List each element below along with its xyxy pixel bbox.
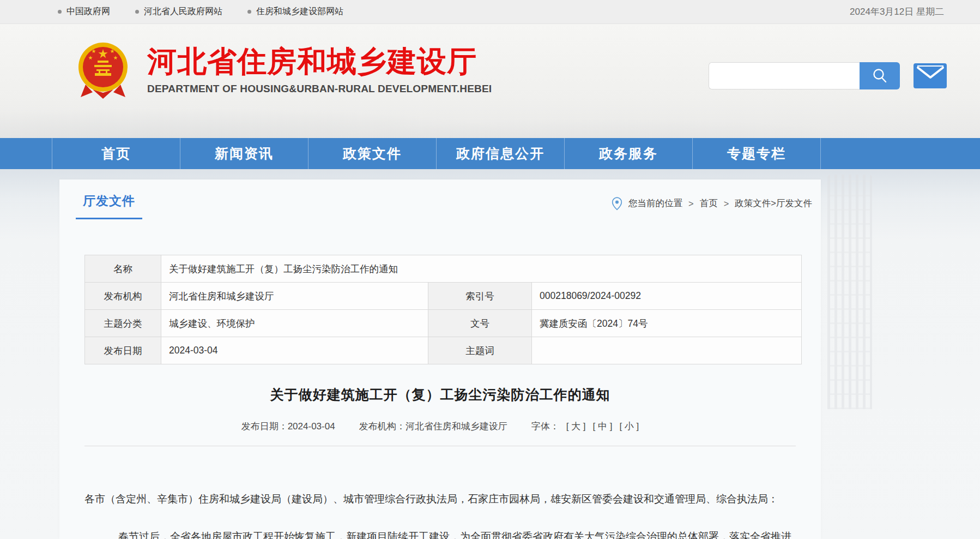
content-background: 厅发文件 您当前的位置 > 首页 > 政策文件>厅发文件 名称 关于做好建筑施 [0,169,980,539]
content-card: 厅发文件 您当前的位置 > 首页 > 政策文件>厅发文件 名称 关于做好建筑施 [59,179,821,539]
meta-value-category: 城乡建设、环境保护 [161,310,428,337]
font-size-small-button[interactable]: [ 小 ] [619,420,639,433]
breadcrumb-separator: > [688,199,694,209]
site-header: 河北省住房和城乡建设厅 DEPARTMENT OF HOUSING&URBAN-… [0,24,980,138]
meta-label-name: 名称 [85,255,161,283]
meta-label-category: 主题分类 [85,310,161,337]
main-nav: 首页 新闻资讯 政策文件 政府信息公开 政务服务 专题专栏 [0,138,980,169]
font-size-large-button[interactable]: [ 大 ] [566,420,586,433]
current-date: 2024年3月12日 星期二 [850,5,944,18]
breadcrumb: 您当前的位置 > 首页 > 政策文件>厅发文件 [612,196,812,211]
nav-item-topics[interactable]: 专题专栏 [692,138,821,169]
meta-label-index-no: 索引号 [428,283,532,310]
meta-label-keywords: 主题词 [428,337,532,364]
nav-item-gov-info[interactable]: 政府信息公开 [436,138,564,169]
breadcrumb-separator: > [724,199,729,209]
nav-item-news[interactable]: 新闻资讯 [180,138,308,169]
article-title: 关于做好建筑施工开（复）工扬尘污染防治工作的通知 [59,386,821,404]
nav-item-policy[interactable]: 政策文件 [308,138,436,169]
bullet-icon [58,10,62,14]
bullet-icon [247,10,251,14]
bullet-icon [135,10,139,14]
nav-item-home[interactable]: 首页 [52,138,180,169]
location-pin-icon [612,196,622,211]
toplink-label: 住房和城乡建设部网站 [256,6,343,17]
national-emblem-logo [78,42,128,100]
meta-value-name: 关于做好建筑施工开（复）工扬尘污染防治工作的通知 [161,255,802,283]
table-row: 发布机构 河北省住房和城乡建设厅 索引号 000218069/2024-0029… [85,283,802,310]
meta-value-keywords [532,337,802,364]
brand-block: 河北省住房和城乡建设厅 DEPARTMENT OF HOUSING&URBAN-… [147,46,492,95]
main-nav-inner: 首页 新闻资讯 政策文件 政府信息公开 政务服务 专题专栏 [52,138,821,169]
font-size-label: 字体： [531,420,559,433]
article-paragraph-salutation: 各市（含定州、辛集市）住房和城乡建设局（建设局）、城市管理综合行政执法局，石家庄… [84,491,801,507]
meta-value-index-no: 000218069/2024-00292 [532,283,802,310]
toplink-label: 中国政府网 [66,6,110,17]
article-pub-org: 发布机构：河北省住房和城乡建设厅 [359,420,507,433]
toplink-hebei-gov[interactable]: 河北省人民政府网站 [135,6,222,17]
breadcrumb-home[interactable]: 首页 [700,197,718,209]
meta-label-pub-date: 发布日期 [85,337,161,364]
breadcrumb-section[interactable]: 政策文件>厅发文件 [735,197,812,209]
table-row: 名称 关于做好建筑施工开（复）工扬尘污染防治工作的通知 [85,255,802,283]
page: 中国政府网 河北省人民政府网站 住房和城乡建设部网站 2024年3月12日 星期… [0,0,980,539]
envelope-icon [916,65,945,86]
table-row: 发布日期 2024-03-04 主题词 [85,337,802,364]
article-paragraph-body: 春节过后，全省各地房屋市政工程开始恢复施工，新建项目陆续开工建设，为全面贯彻省委… [84,529,801,539]
mail-button[interactable] [914,63,947,88]
breadcrumb-label: 您当前的位置 [628,197,682,209]
meta-value-pub-date: 2024-03-04 [161,337,428,364]
article-pub-date: 发布日期：2024-03-04 [241,420,335,433]
tab-department-documents[interactable]: 厅发文件 [76,193,142,219]
search-input[interactable] [709,62,860,89]
site-subtitle: DEPARTMENT OF HOUSING&URBAN-RURAL DEVELO… [147,83,492,95]
toplink-mohurd[interactable]: 住房和城乡建设部网站 [247,6,343,17]
top-utility-bar: 中国政府网 河北省人民政府网站 住房和城乡建设部网站 2024年3月12日 星期… [0,0,980,24]
meta-value-doc-no: 冀建质安函〔2024〕74号 [532,310,802,337]
font-size-medium-button[interactable]: [ 中 ] [593,420,613,433]
toplink-china-gov[interactable]: 中国政府网 [58,6,110,17]
article-divider [84,446,796,446]
meta-label-publisher: 发布机构 [85,283,161,310]
building-sketch-decoration [827,175,872,409]
meta-label-doc-no: 文号 [428,310,532,337]
article-meta-line: 发布日期：2024-03-04 发布机构：河北省住房和城乡建设厅 字体： [ 大… [59,420,821,433]
font-size-controls: 字体： [ 大 ] [ 中 ] [ 小 ] [531,420,639,433]
toplink-label: 河北省人民政府网站 [144,6,222,17]
magnifier-icon [870,67,889,85]
nav-item-services[interactable]: 政务服务 [564,138,692,169]
table-row: 主题分类 城乡建设、环境保护 文号 冀建质安函〔2024〕74号 [85,310,802,337]
search-button[interactable] [860,62,900,89]
document-meta-table: 名称 关于做好建筑施工开（复）工扬尘污染防治工作的通知 发布机构 河北省住房和城… [84,255,802,364]
site-title: 河北省住房和城乡建设厅 [147,46,492,77]
meta-value-publisher: 河北省住房和城乡建设厅 [161,283,428,310]
